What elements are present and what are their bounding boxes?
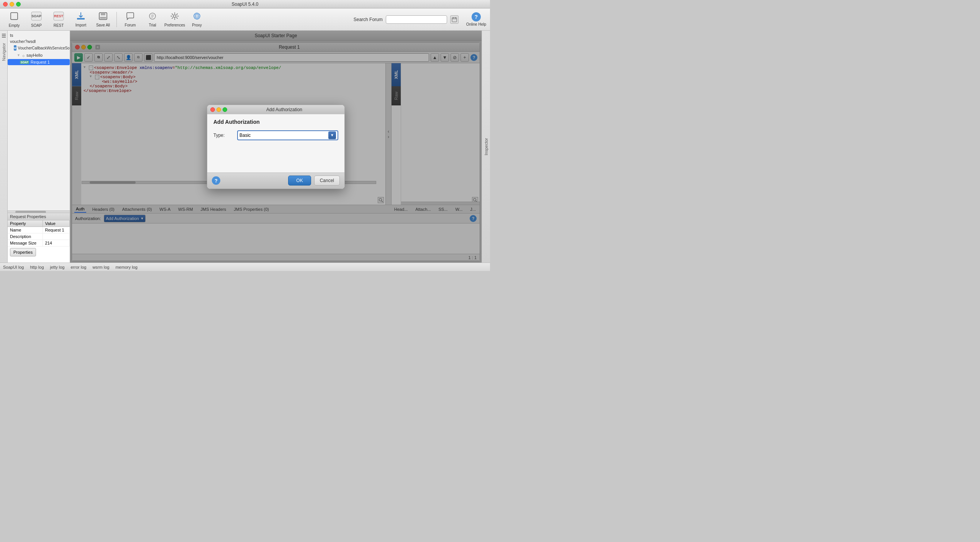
title-bar: SoapUI 5.4.0 <box>0 0 490 8</box>
log-tabs: SoapUI log http log jetty log error log … <box>0 263 490 271</box>
log-tab-error[interactable]: error log <box>70 265 86 269</box>
modal-title-bar: Add Authorization <box>207 105 344 114</box>
nav-item-ts-label: ts <box>10 33 13 38</box>
minimize-button[interactable] <box>10 2 14 7</box>
svg-text:REST: REST <box>54 14 64 18</box>
empty-icon <box>10 11 19 23</box>
inspector-sidebar: Inspector <box>482 31 490 263</box>
modal-min-button[interactable] <box>216 107 221 112</box>
modal-cancel-button[interactable]: Cancel <box>314 176 340 186</box>
soap-icon: SOAP <box>31 11 42 23</box>
modal-type-row: Type: Basic ▼ <box>213 130 338 140</box>
modal-footer: ? OK Cancel <box>207 172 344 189</box>
save-all-button[interactable]: Save All <box>93 10 113 29</box>
save-all-icon <box>98 12 108 22</box>
online-help-label: Online Help <box>466 22 486 26</box>
prop-msgsize-label: Message Size <box>8 240 43 246</box>
log-tab-jetty[interactable]: jetty log <box>50 265 65 269</box>
modal-title: Add Authorization <box>227 107 341 112</box>
log-tab-soapui[interactable]: SoapUI log <box>3 265 24 269</box>
nav-item-sayhello[interactable]: ▼ ⬦ sayHello <box>8 51 70 59</box>
preferences-button[interactable]: Preferences <box>164 10 185 29</box>
maximize-button[interactable] <box>16 2 21 7</box>
properties-button[interactable]: Properties <box>10 248 36 256</box>
menu-icon <box>1 33 7 38</box>
triangle-icon: ▼ <box>17 53 20 57</box>
navigator-sidebar: Navigator <box>0 31 8 263</box>
forum-icon <box>126 12 135 22</box>
prop-msgsize-value: 214 <box>43 240 69 246</box>
nav-item-request1-label: Request 1 <box>31 60 50 64</box>
modal-buttons: OK Cancel <box>288 176 340 186</box>
prop-row-name: Name Request 1 <box>8 227 70 233</box>
method-icon: ⬦ <box>22 52 25 58</box>
forum-label: Forum <box>125 23 136 27</box>
nav-item-voucher[interactable]: voucher?wsdl <box>8 38 70 44</box>
trial-icon <box>148 12 157 22</box>
modal-heading: Add Authorization <box>213 119 338 125</box>
log-tab-memory[interactable]: memory log <box>115 265 137 269</box>
prop-name-label: Name <box>8 227 43 233</box>
modal-overlay: Add Authorization Add Authorization Type… <box>70 31 482 263</box>
modal-help-button[interactable]: ? <box>212 176 220 185</box>
prop-row-description: Description <box>8 233 70 240</box>
search-input[interactable] <box>386 15 447 24</box>
modal-extra-space <box>213 145 338 168</box>
modal-type-value: Basic <box>239 133 251 138</box>
modal-body: Add Authorization Type: Basic ▼ <box>207 114 344 172</box>
log-tab-wsrm[interactable]: wsrm log <box>92 265 109 269</box>
properties-header: Request Properties <box>8 213 70 220</box>
import-label: Import <box>75 23 86 27</box>
modal-select-arrow-icon: ▼ <box>328 131 336 139</box>
soap-badge: SOAP <box>20 61 29 64</box>
modal-close-button[interactable] <box>210 107 215 112</box>
nav-item-request1[interactable]: SOAP Request 1 <box>8 59 70 65</box>
modal-type-label: Type: <box>213 133 233 138</box>
main-layout: Navigator ts voucher?wsdl W VoucherCallb… <box>0 31 490 263</box>
search-label: Search Forum <box>354 17 383 22</box>
toolbar: Empty SOAP SOAP REST REST Import <box>0 8 490 31</box>
empty-button[interactable]: Empty <box>4 10 25 29</box>
log-tab-http[interactable]: http log <box>30 265 44 269</box>
prop-col-property: Property <box>8 220 43 227</box>
toolbar-separator-1 <box>116 12 117 27</box>
svg-rect-12 <box>452 18 457 22</box>
svg-rect-7 <box>101 13 105 15</box>
search-calendar-icon[interactable] <box>450 15 459 24</box>
online-help-button[interactable]: ? Online Help <box>466 12 486 26</box>
nav-item-voucher-label: voucher?wsdl <box>10 39 36 44</box>
empty-label: Empty <box>9 23 20 28</box>
nav-item-binding[interactable]: W VoucherCallbackWsServiceSoapBinding <box>8 44 70 51</box>
nav-item-sayhello-label: sayHello <box>26 53 43 57</box>
properties-table: Property Value Name Request 1 Descriptio… <box>8 220 70 246</box>
traffic-lights <box>3 2 21 7</box>
soap-label: SOAP <box>31 23 42 28</box>
import-icon <box>76 12 85 22</box>
modal-type-select[interactable]: Basic ▼ <box>237 130 338 140</box>
modal-ok-button[interactable]: OK <box>288 176 311 186</box>
inspector-label: Inspector <box>484 138 488 155</box>
soap-button[interactable]: SOAP SOAP <box>26 10 47 29</box>
rest-button[interactable]: REST REST <box>48 10 69 29</box>
preferences-icon <box>170 12 179 22</box>
proxy-label: Proxy <box>192 23 202 27</box>
navigator-panel: ts voucher?wsdl W VoucherCallbackWsServi… <box>8 31 70 263</box>
help-icon: ? <box>472 12 481 21</box>
navigator-label: Navigator <box>2 43 6 61</box>
import-button[interactable]: Import <box>70 10 91 29</box>
app-title: SoapUI 5.4.0 <box>231 2 258 7</box>
forum-button[interactable]: Forum <box>120 10 141 29</box>
svg-rect-0 <box>11 13 18 20</box>
trial-label: Trial <box>149 23 156 27</box>
proxy-button[interactable]: Proxy <box>187 10 207 29</box>
trial-button[interactable]: Trial <box>142 10 163 29</box>
properties-panel: Request Properties Property Value Name R… <box>8 213 70 263</box>
wsdl-icon: W <box>14 45 16 51</box>
nav-item-ts[interactable]: ts <box>8 32 70 38</box>
prop-row-msgsize: Message Size 214 <box>8 240 70 246</box>
navigator-section: Navigator ts voucher?wsdl W VoucherCallb… <box>0 31 70 263</box>
modal-max-button[interactable] <box>223 107 227 112</box>
close-button[interactable] <box>3 2 8 7</box>
svg-point-10 <box>174 15 176 17</box>
svg-rect-5 <box>77 18 85 20</box>
